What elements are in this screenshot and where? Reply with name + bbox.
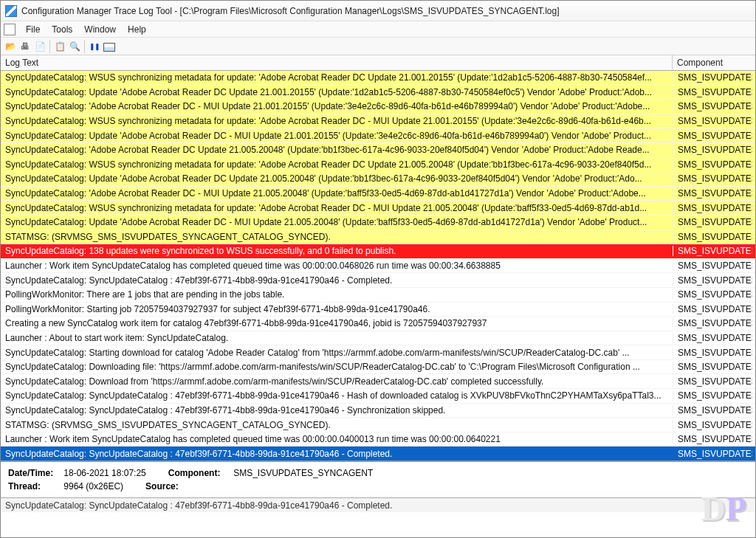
log-row[interactable]: SyncUpdateCatalog: Update 'Adobe Acrobat…: [1, 215, 755, 230]
log-text-cell: Launcher : Work item SyncUpdateCatalog h…: [1, 434, 673, 444]
grid-body[interactable]: SyncUpdateCatalog: WSUS synchronizing me…: [1, 71, 755, 461]
column-header-component[interactable]: Component: [673, 55, 755, 70]
log-text-cell: SyncUpdateCatalog: 'Adobe Acrobat Reader…: [1, 188, 673, 199]
document-icon: [4, 24, 16, 35]
log-row[interactable]: SyncUpdateCatalog: Update 'Adobe Acrobat…: [1, 128, 755, 143]
log-row[interactable]: SyncUpdateCatalog: WSUS synchronizing me…: [1, 71, 755, 86]
log-grid: Log Text Component SyncUpdateCatalog: WS…: [1, 55, 755, 461]
log-text-cell: Creating a new SyncCatalog work item for…: [1, 318, 673, 328]
component-cell: SMS_ISVUPDATES_SYI 1: [673, 188, 752, 199]
log-text-cell: SyncUpdateCatalog: 'Adobe Acrobat Reader…: [1, 101, 673, 111]
toolbar-separator: [84, 40, 85, 53]
log-row[interactable]: Launcher : Work item SyncUpdateCatalog h…: [1, 432, 755, 447]
statusbar: SyncUpdateCatalog: SyncUpdateCatalog : 4…: [1, 497, 755, 512]
log-text-cell: SyncUpdateCatalog: Downloading file: 'ht…: [1, 362, 673, 372]
grid-header: Log Text Component: [1, 55, 755, 71]
log-row[interactable]: SyncUpdateCatalog: Download from 'https:…: [1, 374, 755, 389]
component-cell: SMS_ISVUPDATES_SYI 1: [673, 420, 752, 430]
component-cell: SMS_ISVUPDATES_SYI 1: [673, 333, 752, 343]
log-row[interactable]: PollingWorkMonitor: There are 1 jobs tha…: [1, 288, 755, 303]
log-row[interactable]: SyncUpdateCatalog: Update 'Adobe Acrobat…: [1, 172, 755, 187]
log-row[interactable]: SyncUpdateCatalog: SyncUpdateCatalog : 4…: [1, 389, 755, 404]
print-icon[interactable]: [18, 40, 32, 53]
log-row[interactable]: SyncUpdateCatalog: Starting download for…: [1, 345, 755, 360]
detail-thread-label: Thread:: [8, 481, 61, 492]
log-text-cell: Launcher : About to start work item: Syn…: [1, 333, 673, 343]
component-cell: SMS_ISVUPDATES_SYI 1: [673, 304, 752, 314]
log-text-cell: SyncUpdateCatalog: Download from 'https:…: [1, 376, 673, 387]
log-text-cell: STATMSG: (SRVMSG_SMS_ISVUPDATES_SYNCAGEN…: [1, 420, 673, 430]
component-cell: SMS_ISVUPDATES_SYI 1: [673, 232, 752, 242]
menu-help[interactable]: Help: [122, 23, 152, 36]
log-row[interactable]: Launcher : Work item SyncUpdateCatalog h…: [1, 259, 755, 274]
log-text-cell: SyncUpdateCatalog: 138 updates were sync…: [1, 246, 673, 256]
detail-panel: Date/Time: 18-06-2021 18:07:25 Component…: [1, 461, 755, 497]
log-text-cell: SyncUpdateCatalog: WSUS synchronizing me…: [1, 159, 673, 170]
toolbar-separator: [49, 40, 50, 53]
log-row[interactable]: SyncUpdateCatalog: 'Adobe Acrobat Reader…: [1, 100, 755, 114]
print-setup-icon[interactable]: [33, 40, 47, 53]
log-row[interactable]: SyncUpdateCatalog: 138 updates were sync…: [1, 244, 755, 259]
log-row[interactable]: SyncUpdateCatalog: WSUS synchronizing me…: [1, 201, 755, 215]
log-row[interactable]: SyncUpdateCatalog: 'Adobe Acrobat Reader…: [1, 187, 755, 201]
log-text-cell: SyncUpdateCatalog: SyncUpdateCatalog : 4…: [1, 275, 673, 286]
component-cell: SMS_ISVUPDATES_SYI 1: [673, 131, 752, 141]
component-cell: SMS_ISVUPDATES_SYI 1: [673, 275, 752, 286]
component-cell: SMS_ISVUPDATES_SYI 1: [673, 434, 752, 444]
log-row[interactable]: STATMSG: (SRVMSG_SMS_ISVUPDATES_SYNCAGEN…: [1, 418, 755, 432]
log-text-cell: SyncUpdateCatalog: Update 'Adobe Acrobat…: [1, 217, 673, 227]
component-cell: SMS_ISVUPDATES_SYI 1: [673, 348, 752, 358]
log-row[interactable]: SyncUpdateCatalog: WSUS synchronizing me…: [1, 158, 755, 173]
view-options-icon[interactable]: [103, 40, 116, 53]
log-row[interactable]: SyncUpdateCatalog: 'Adobe Acrobat Reader…: [1, 143, 755, 158]
component-cell: SMS_ISVUPDATES_SYI 1: [673, 203, 752, 213]
menu-window[interactable]: Window: [78, 23, 122, 36]
component-cell: SMS_ISVUPDATES_SYI 1: [673, 289, 752, 300]
menu-tools[interactable]: Tools: [46, 23, 78, 36]
component-cell: SMS_ISVUPDATES_SYI 1: [673, 390, 752, 401]
open-icon[interactable]: [4, 40, 17, 53]
log-text-cell: Launcher : Work item SyncUpdateCatalog h…: [1, 261, 673, 271]
menu-file[interactable]: File: [20, 23, 46, 36]
detail-component-value: SMS_ISVUPDATES_SYNCAGENT: [233, 468, 373, 478]
window-title: Configuration Manager Trace Log Tool - […: [21, 6, 560, 16]
log-text-cell: SyncUpdateCatalog: SyncUpdateCatalog : 4…: [1, 390, 673, 401]
component-cell: SMS_ISVUPDATES_SYI 1: [673, 405, 752, 415]
component-cell: SMS_ISVUPDATES_SYI 1: [673, 116, 752, 126]
component-cell: SMS_ISVUPDATES_SYI 1: [673, 173, 752, 184]
pause-icon[interactable]: [88, 40, 101, 53]
log-row[interactable]: SyncUpdateCatalog: Downloading file: 'ht…: [1, 360, 755, 375]
log-row[interactable]: PollingWorkMonitor: Starting job 7205759…: [1, 303, 755, 317]
log-row[interactable]: SyncUpdateCatalog: SyncUpdateCatalog : 4…: [1, 404, 755, 418]
component-cell: SMS_ISVUPDATES_SYI 1: [673, 101, 752, 111]
log-row[interactable]: STATMSG: (SRVMSG_SMS_ISVUPDATES_SYNCAGEN…: [1, 230, 755, 245]
log-row[interactable]: SyncUpdateCatalog: SyncUpdateCatalog : 4…: [1, 446, 755, 461]
log-text-cell: SyncUpdateCatalog: Update 'Adobe Acrobat…: [1, 131, 673, 141]
log-row[interactable]: SyncUpdateCatalog: SyncUpdateCatalog : 4…: [1, 273, 755, 288]
component-cell: SMS_ISVUPDATES_SYI 1: [673, 362, 752, 372]
log-text-cell: SyncUpdateCatalog: Starting download for…: [1, 348, 673, 358]
log-text-cell: SyncUpdateCatalog: WSUS synchronizing me…: [1, 116, 673, 126]
component-cell: SMS_ISVUPDATES_SYI 1: [673, 145, 752, 155]
component-cell: SMS_ISVUPDATES_SYI 1: [673, 376, 752, 387]
log-row[interactable]: SyncUpdateCatalog: WSUS synchronizing me…: [1, 114, 755, 129]
column-header-logtext[interactable]: Log Text: [1, 55, 673, 70]
component-cell: SMS_ISVUPDATES_SYI 1: [673, 217, 752, 227]
log-text-cell: SyncUpdateCatalog: Update 'Adobe Acrobat…: [1, 87, 673, 97]
log-row[interactable]: SyncUpdateCatalog: Update 'Adobe Acrobat…: [1, 86, 755, 100]
detail-component-label: Component:: [168, 468, 231, 478]
detail-source-label: Source:: [145, 481, 208, 492]
component-cell: SMS_ISVUPDATES_SYI 1: [673, 159, 752, 170]
component-cell: SMS_ISVUPDATES_SYI 1: [673, 261, 752, 271]
log-text-cell: SyncUpdateCatalog: WSUS synchronizing me…: [1, 203, 673, 213]
log-row[interactable]: Creating a new SyncCatalog work item for…: [1, 317, 755, 331]
component-cell: SMS_ISVUPDATES_SYI 1: [673, 72, 752, 83]
statusbar-text: SyncUpdateCatalog: SyncUpdateCatalog : 4…: [5, 500, 392, 511]
app-icon: [5, 5, 17, 17]
find-icon[interactable]: [68, 40, 81, 53]
component-cell: SMS_ISVUPDATES_SYI 1: [673, 246, 752, 256]
log-text-cell: PollingWorkMonitor: There are 1 jobs tha…: [1, 289, 673, 300]
log-text-cell: STATMSG: (SRVMSG_SMS_ISVUPDATES_SYNCAGEN…: [1, 232, 673, 242]
log-row[interactable]: Launcher : About to start work item: Syn…: [1, 331, 755, 346]
copy-icon[interactable]: [53, 40, 66, 53]
